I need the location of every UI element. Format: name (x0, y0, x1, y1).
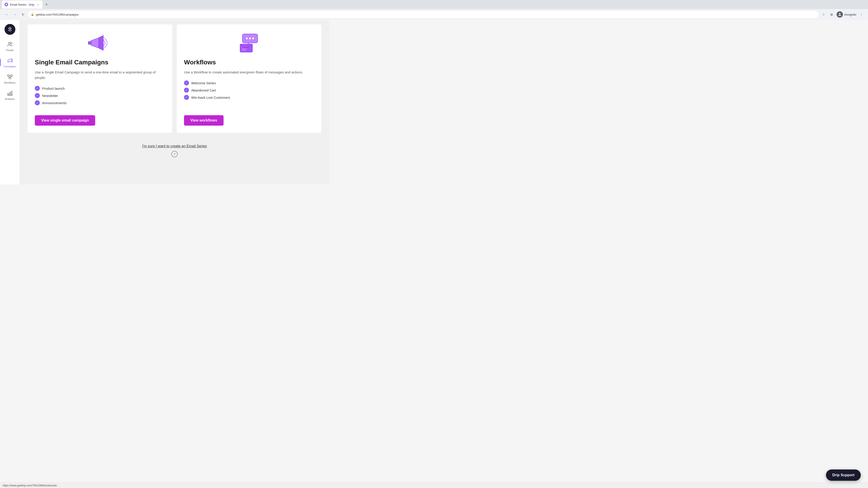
single-email-card-title: Single Email Campaigns (35, 59, 165, 66)
refresh-button[interactable]: ↻ (20, 11, 26, 18)
main-content: Single Email Campaigns Use a Single Emai… (20, 20, 329, 184)
feature-label: Newsletter (42, 94, 58, 98)
feature-item: ✓ Newsletter (35, 93, 165, 98)
sidebar-item-campaigns[interactable]: Campaigns (1, 55, 19, 70)
browser-chrome: Email Series · Drip × + ← → ↻ 🔒 getdrip.… (0, 0, 329, 20)
workflows-illustration (184, 32, 314, 54)
svg-point-4 (10, 28, 11, 29)
people-icon (6, 41, 13, 48)
workflows-card: Workflows Use a Workflow to create autom… (177, 24, 321, 133)
workflows-feature-list: ✓ Welcome Series ✓ Abandoned Cart ✓ Win-… (184, 80, 314, 100)
back-button[interactable]: ← (4, 11, 10, 18)
check-icon: ✓ (35, 100, 40, 105)
new-tab-button[interactable]: + (43, 1, 50, 8)
feature-label: Announcements (42, 101, 66, 105)
url-text: getdrip.com/7641396/campaigns (36, 13, 79, 16)
check-icon: ✓ (184, 80, 189, 86)
svg-rect-7 (7, 75, 9, 76)
tab-title: Email Series · Drip (10, 3, 34, 6)
nav-bar: ← → ↻ 🔒 getdrip.com/7641396/campaigns ☆ … (0, 9, 329, 20)
analytics-icon (6, 90, 13, 97)
tab-close-button[interactable]: × (36, 3, 40, 6)
feature-item: ✓ Welcome Series (184, 80, 314, 86)
svg-rect-8 (11, 75, 12, 76)
help-icon[interactable]: ? (171, 151, 178, 157)
view-workflows-button[interactable]: View workflows (184, 115, 223, 126)
single-email-illustration (35, 32, 165, 54)
feature-label: Product launch (42, 87, 65, 90)
single-email-card-desc: Use a Single Email Campaign to send a on… (35, 70, 165, 80)
svg-point-2 (8, 28, 9, 29)
feature-label: Abandoned Cart (191, 88, 216, 92)
url-bar[interactable]: 🔒 getdrip.com/7641396/campaigns (28, 11, 329, 18)
check-icon: ✓ (35, 86, 40, 91)
svg-point-0 (5, 4, 7, 5)
lock-icon: 🔒 (31, 13, 34, 16)
workflow-svg (236, 33, 263, 53)
workflows-card-title: Workflows (184, 59, 314, 66)
check-icon: ✓ (35, 93, 40, 98)
single-email-feature-list: ✓ Product launch ✓ Newsletter ✓ Announce… (35, 86, 165, 105)
sidebar-item-campaigns-label: Campaigns (4, 65, 16, 68)
svg-rect-11 (9, 92, 10, 95)
feature-item: ✓ Product launch (35, 86, 165, 91)
sidebar-item-workflows-label: Workflows (4, 81, 16, 84)
sidebar-item-people[interactable]: People (1, 38, 19, 54)
svg-point-6 (11, 42, 12, 44)
megaphone-svg (86, 33, 114, 53)
tab-favicon (4, 3, 8, 6)
svg-point-3 (9, 28, 10, 29)
svg-point-20 (246, 37, 248, 39)
cards-container: Single Email Campaigns Use a Single Emai… (28, 24, 321, 133)
svg-point-22 (252, 37, 254, 39)
campaigns-icon (6, 57, 13, 64)
feature-item: ✓ Announcements (35, 100, 165, 105)
forward-button[interactable]: → (12, 11, 18, 18)
feature-label: Win-back Lost Customers (191, 96, 230, 99)
logo-icon (4, 24, 16, 35)
email-series-link[interactable]: I'm sure I want to create an Email Serie… (142, 144, 207, 148)
app-container: People Campaigns (0, 20, 329, 184)
svg-point-5 (8, 42, 10, 44)
check-icon: ✓ (184, 95, 189, 100)
sidebar-logo[interactable] (4, 24, 16, 35)
svg-rect-10 (8, 93, 8, 95)
workflows-card-desc: Use a Workflow to create automated everg… (184, 70, 314, 75)
feature-item: ✓ Win-back Lost Customers (184, 95, 314, 100)
active-tab[interactable]: Email Series · Drip × (2, 0, 42, 8)
sidebar-item-people-label: People (6, 49, 13, 52)
svg-point-21 (249, 37, 251, 39)
workflows-icon (6, 73, 13, 80)
svg-rect-9 (9, 77, 11, 79)
svg-rect-12 (11, 91, 12, 95)
sidebar-item-workflows[interactable]: Workflows (1, 71, 19, 86)
single-email-card: Single Email Campaigns Use a Single Emai… (28, 24, 172, 133)
feature-item: ✓ Abandoned Cart (184, 88, 314, 93)
feature-label: Welcome Series (191, 81, 216, 85)
sidebar: People Campaigns (0, 20, 20, 184)
check-icon: ✓ (184, 88, 189, 93)
tab-bar: Email Series · Drip × + (0, 0, 329, 9)
sidebar-item-analytics[interactable]: Analytics (1, 87, 19, 103)
view-single-email-button[interactable]: View single email campaign (35, 115, 95, 126)
sidebar-item-analytics-label: Analytics (5, 98, 15, 100)
bottom-section: I'm sure I want to create an Email Serie… (142, 144, 207, 157)
